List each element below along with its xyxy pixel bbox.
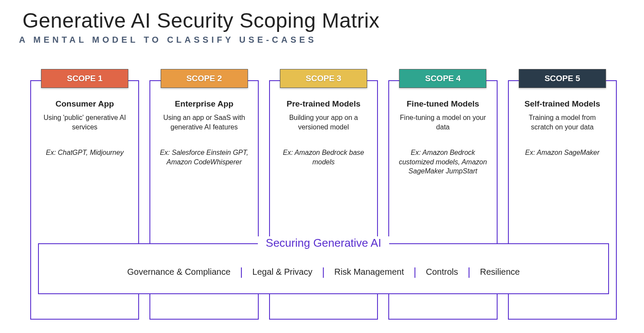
scope-column-3: SCOPE 3 Pre-trained Models Building your… bbox=[269, 69, 378, 242]
scope-column-1: SCOPE 1 Consumer App Using 'public' gene… bbox=[30, 69, 139, 242]
securing-title: Securing Generative AI bbox=[258, 236, 389, 250]
scope-name-1: Consumer App bbox=[37, 99, 132, 109]
scope-example-1: Ex: ChatGPT, Midjourney bbox=[37, 148, 132, 157]
scope-name-2: Enterprise App bbox=[156, 99, 251, 109]
separator-icon: | bbox=[322, 265, 325, 279]
scope-desc-4: Fine-tuning a model on your data bbox=[395, 113, 490, 132]
pillar-governance: Governance & Compliance bbox=[118, 267, 240, 277]
scope-label-2: SCOPE 2 bbox=[161, 69, 248, 88]
scoping-matrix: SCOPE 1 Consumer App Using 'public' gene… bbox=[30, 69, 617, 319]
scope-label-5: SCOPE 5 bbox=[519, 69, 606, 88]
scope-label-1: SCOPE 1 bbox=[41, 69, 128, 88]
scope-column-5: SCOPE 5 Self-trained Models Training a m… bbox=[508, 69, 617, 242]
scope-name-3: Pre-trained Models bbox=[276, 99, 371, 109]
scope-label-3: SCOPE 3 bbox=[280, 69, 367, 88]
scope-name-4: Fine-tuned Models bbox=[395, 99, 490, 109]
pillars-row: Governance & Compliance | Legal & Privac… bbox=[48, 265, 600, 279]
separator-icon: | bbox=[240, 265, 243, 279]
scope-name-5: Self-trained Models bbox=[515, 99, 610, 109]
pillar-controls: Controls bbox=[416, 267, 467, 277]
pillar-risk: Risk Management bbox=[325, 267, 413, 277]
pillar-resilience: Resilience bbox=[470, 267, 529, 277]
scope-example-4: Ex: Amazon Bedrock customized models, Am… bbox=[395, 148, 490, 176]
scope-example-3: Ex: Amazon Bedrock base models bbox=[276, 148, 371, 166]
page-subtitle: A MENTAL MODEL TO CLASSIFY USE-CASES bbox=[0, 32, 644, 45]
separator-icon: | bbox=[413, 265, 416, 279]
scope-example-2: Ex: Salesforce Einstein GPT, Amazon Code… bbox=[156, 148, 251, 166]
scope-desc-1: Using 'public' generative AI services bbox=[37, 113, 132, 132]
securing-box: Securing Generative AI Governance & Comp… bbox=[38, 243, 609, 294]
separator-icon: | bbox=[467, 265, 470, 279]
pillar-legal: Legal & Privacy bbox=[243, 267, 322, 277]
scope-label-4: SCOPE 4 bbox=[399, 69, 486, 88]
scope-column-4: SCOPE 4 Fine-tuned Models Fine-tuning a … bbox=[388, 69, 497, 242]
scope-column-2: SCOPE 2 Enterprise App Using an app or S… bbox=[149, 69, 258, 242]
scope-desc-5: Training a model from scratch on your da… bbox=[515, 113, 610, 132]
page-title: Generative AI Security Scoping Matrix bbox=[0, 0, 644, 32]
scope-row: SCOPE 1 Consumer App Using 'public' gene… bbox=[30, 69, 617, 242]
scope-desc-3: Building your app on a versioned model bbox=[276, 113, 371, 132]
scope-example-5: Ex: Amazon SageMaker bbox=[515, 148, 610, 157]
scope-desc-2: Using an app or SaaS with generative AI … bbox=[156, 113, 251, 132]
